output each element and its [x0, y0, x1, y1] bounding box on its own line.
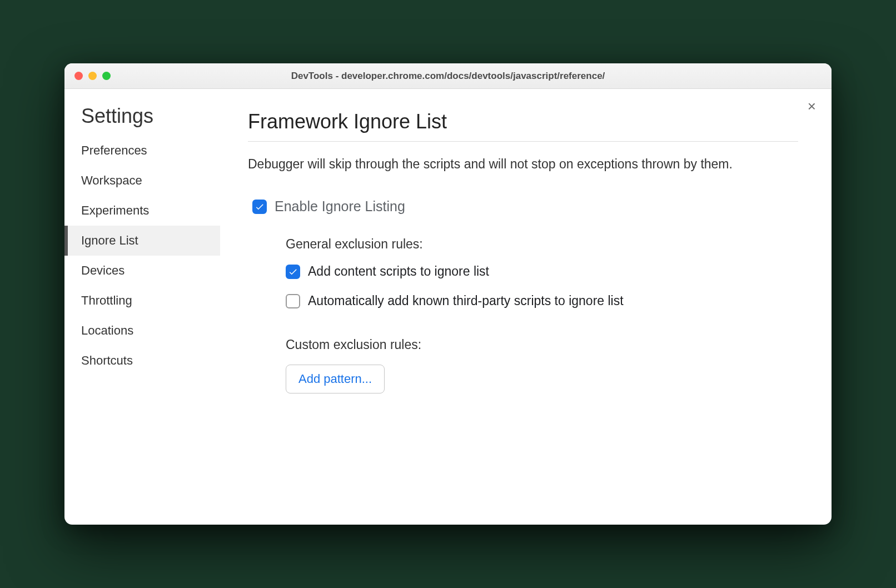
content-scripts-checkbox[interactable]: [286, 265, 300, 279]
checkmark-icon: [255, 202, 265, 212]
sidebar-item-throttling[interactable]: Throttling: [64, 286, 220, 316]
sidebar-items: Preferences Workspace Experiments Ignore…: [64, 136, 220, 376]
sidebar-item-preferences[interactable]: Preferences: [64, 136, 220, 166]
sidebar-item-shortcuts[interactable]: Shortcuts: [64, 346, 220, 376]
minimize-window-button[interactable]: [88, 72, 97, 80]
sidebar-item-workspace[interactable]: Workspace: [64, 166, 220, 196]
content-scripts-row: Add content scripts to ignore list: [286, 264, 798, 279]
content-scripts-label: Add content scripts to ignore list: [308, 264, 489, 279]
sidebar-title: Settings: [64, 104, 220, 136]
third-party-scripts-checkbox[interactable]: [286, 294, 300, 308]
third-party-scripts-row: Automatically add known third-party scri…: [286, 293, 798, 308]
settings-sidebar: Settings Preferences Workspace Experimen…: [64, 89, 220, 525]
sidebar-item-devices[interactable]: Devices: [64, 256, 220, 286]
enable-ignore-listing-label: Enable Ignore Listing: [275, 198, 405, 215]
description-text: Debugger will skip through the scripts a…: [248, 155, 798, 173]
traffic-lights: [74, 72, 111, 80]
window-title: DevTools - developer.chrome.com/docs/dev…: [73, 71, 823, 82]
close-window-button[interactable]: [74, 72, 83, 80]
maximize-window-button[interactable]: [102, 72, 111, 80]
close-icon[interactable]: ×: [808, 99, 816, 113]
general-exclusion-section: General exclusion rules: Add content scr…: [248, 237, 798, 308]
titlebar: DevTools - developer.chrome.com/docs/dev…: [64, 63, 832, 89]
content-area: × Settings Preferences Workspace Experim…: [64, 89, 832, 525]
add-pattern-button[interactable]: Add pattern...: [286, 365, 385, 393]
main-panel: Framework Ignore List Debugger will skip…: [220, 89, 832, 525]
sidebar-item-experiments[interactable]: Experiments: [64, 196, 220, 226]
page-title: Framework Ignore List: [248, 110, 798, 142]
sidebar-item-ignore-list[interactable]: Ignore List: [64, 226, 220, 256]
enable-ignore-listing-row: Enable Ignore Listing: [248, 198, 798, 215]
sidebar-item-locations[interactable]: Locations: [64, 316, 220, 346]
custom-exclusion-heading: Custom exclusion rules:: [286, 337, 798, 352]
enable-ignore-listing-checkbox[interactable]: [252, 200, 267, 214]
general-exclusion-heading: General exclusion rules:: [286, 237, 798, 252]
custom-exclusion-section: Custom exclusion rules: Add pattern...: [248, 337, 798, 393]
checkmark-icon: [288, 267, 298, 277]
devtools-settings-window: DevTools - developer.chrome.com/docs/dev…: [64, 63, 832, 525]
third-party-scripts-label: Automatically add known third-party scri…: [308, 293, 624, 308]
